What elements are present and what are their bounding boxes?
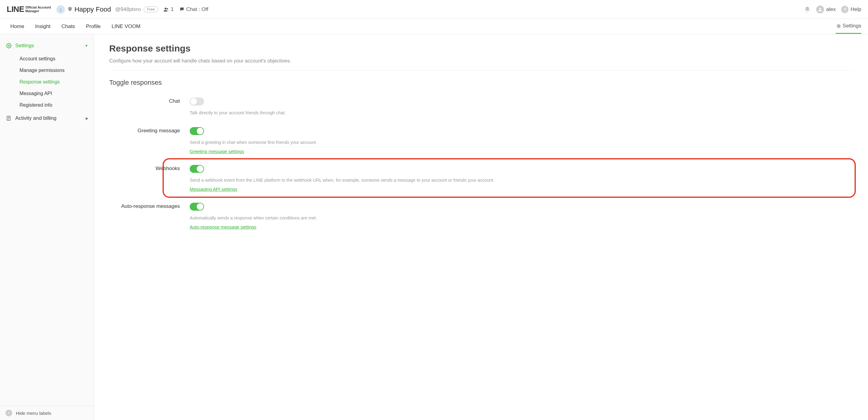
- chevron-right-icon: ▶: [86, 117, 88, 120]
- svg-point-1: [165, 8, 166, 9]
- help-icon: ?: [841, 6, 848, 13]
- user-name: alex: [826, 6, 836, 12]
- sidebar-item-account-settings[interactable]: Account settings: [0, 53, 94, 65]
- chat-icon: [179, 7, 185, 12]
- svg-point-0: [60, 8, 62, 9]
- svg-point-2: [167, 8, 168, 9]
- nav-settings-label: Settings: [843, 23, 861, 29]
- divider: [109, 70, 853, 71]
- section-title: Toggle responses: [109, 78, 853, 87]
- people-icon: [163, 7, 169, 12]
- help-button[interactable]: ? Help: [841, 6, 861, 13]
- plan-badge: Free: [144, 6, 158, 12]
- chat-status[interactable]: Chat : Off: [179, 6, 208, 12]
- page-title: Response settings: [109, 43, 853, 54]
- bell-icon: [804, 6, 811, 13]
- chat-status-text: Chat : Off: [186, 6, 208, 12]
- notifications-button[interactable]: [804, 6, 811, 13]
- gear-icon: [5, 43, 12, 49]
- chevron-left-icon: [5, 410, 12, 416]
- sidebar: Settings ▼ Account settings Manage permi…: [0, 34, 94, 420]
- setting-label-webhooks: Webhooks: [109, 165, 190, 192]
- setting-label-chat: Chat: [109, 98, 190, 116]
- nav-chats[interactable]: Chats: [56, 19, 80, 34]
- setting-label-auto-response: Auto-response messages: [109, 203, 190, 229]
- account-avatar[interactable]: [56, 5, 65, 14]
- setting-label-greeting: Greeting message: [109, 127, 190, 154]
- setting-desc-webhooks: Send a webhook event from the LINE platf…: [190, 177, 853, 184]
- nav-insight[interactable]: Insight: [30, 19, 56, 34]
- toggle-webhooks[interactable]: [190, 165, 204, 173]
- main-content: Response settings Configure how your acc…: [94, 34, 868, 420]
- sidebar-settings[interactable]: Settings ▼: [0, 40, 94, 52]
- page-description: Configure how your account will handle c…: [109, 58, 853, 64]
- followers-count: 1: [171, 6, 174, 12]
- setting-row-webhooks: Webhooks Send a webhook event from the L…: [109, 162, 853, 200]
- chevron-down-icon: ▼: [85, 44, 88, 47]
- toggle-greeting[interactable]: [190, 127, 204, 135]
- top-header: LINE Official Account Manager Happy Food…: [0, 0, 868, 19]
- toggle-chat[interactable]: [190, 98, 204, 105]
- hide-menu-labels-button[interactable]: Hide menu labels: [0, 406, 94, 420]
- link-messaging-api-settings[interactable]: Messaging API settings: [190, 187, 237, 192]
- setting-row-chat: Chat Talk directly to your account frien…: [109, 95, 853, 124]
- gear-icon: [836, 24, 841, 29]
- sidebar-item-manage-permissions[interactable]: Manage permissions: [0, 65, 94, 76]
- svg-point-4: [8, 45, 10, 46]
- setting-desc-chat: Talk directly to your account friends th…: [190, 110, 853, 116]
- logo-subtext: Official Account Manager: [25, 6, 51, 13]
- user-menu[interactable]: alex: [816, 5, 836, 13]
- nav-line-voom[interactable]: LINE VOOM: [106, 19, 146, 34]
- nav-settings[interactable]: Settings: [836, 19, 861, 34]
- link-greeting-settings[interactable]: Greeting message settings: [190, 149, 244, 154]
- sidebar-activity-billing[interactable]: Activity and billing ▶: [0, 112, 94, 124]
- main-nav: Home Insight Chats Profile LINE VOOM Set…: [0, 19, 868, 34]
- logo-text: LINE: [7, 5, 24, 14]
- shield-icon: [67, 6, 72, 12]
- account-name[interactable]: Happy Food: [74, 5, 111, 13]
- account-id: @948ptxro: [115, 6, 141, 12]
- link-auto-response-settings[interactable]: Auto-response message settings: [190, 224, 256, 229]
- help-label: Help: [850, 6, 861, 12]
- person-icon: [58, 7, 63, 12]
- setting-desc-greeting: Send a greeting in chat when someone fir…: [190, 139, 853, 146]
- setting-row-auto-response: Auto-response messages Automatically sen…: [109, 200, 853, 237]
- setting-desc-auto-response: Automatically sends a response when cert…: [190, 215, 853, 221]
- sidebar-activity-label: Activity and billing: [15, 115, 86, 121]
- user-avatar-icon: [816, 5, 824, 13]
- nav-profile[interactable]: Profile: [81, 19, 106, 34]
- followers-stat[interactable]: 1: [163, 6, 174, 12]
- setting-row-greeting: Greeting message Send a greeting in chat…: [109, 124, 853, 162]
- nav-home[interactable]: Home: [7, 19, 30, 34]
- sidebar-item-response-settings[interactable]: Response settings: [0, 76, 94, 88]
- sidebar-item-registered-info[interactable]: Registered info: [0, 99, 94, 111]
- toggle-auto-response[interactable]: [190, 203, 204, 211]
- sidebar-item-messaging-api[interactable]: Messaging API: [0, 88, 94, 99]
- billing-icon: [5, 116, 12, 121]
- svg-point-3: [819, 8, 821, 9]
- logo[interactable]: LINE Official Account Manager: [7, 5, 51, 14]
- sidebar-settings-label: Settings: [15, 43, 85, 49]
- hide-menu-label: Hide menu labels: [16, 411, 51, 416]
